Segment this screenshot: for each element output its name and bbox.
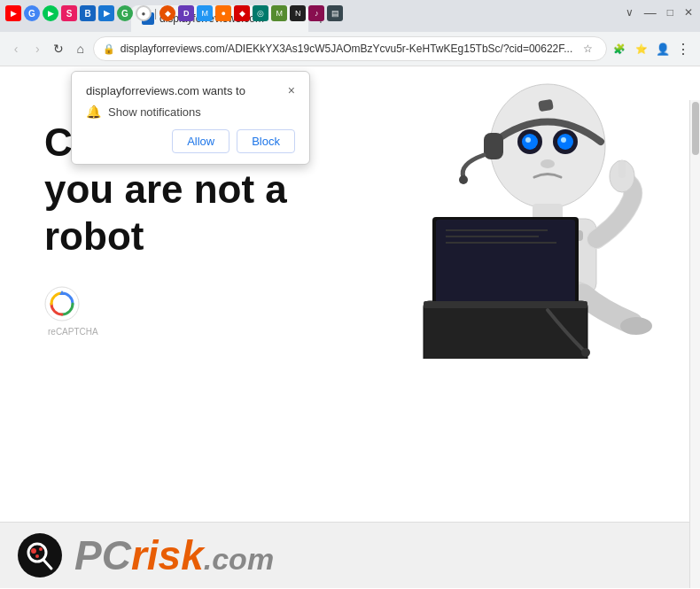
popup-title: displayforreviews.com wants to xyxy=(86,84,245,97)
profile-button[interactable]: 👤 xyxy=(654,36,672,61)
svg-point-32 xyxy=(19,534,61,577)
lock-icon: 🔒 xyxy=(103,43,115,55)
browser-icon-ext[interactable]: ▤ xyxy=(327,5,343,21)
bell-icon: 🔔 xyxy=(86,105,101,119)
browser-icon-play[interactable]: ▶ xyxy=(43,5,58,21)
browser-icon-active[interactable]: ● xyxy=(136,5,152,21)
svg-point-37 xyxy=(35,554,39,558)
recaptcha-label: reCAPTCHA xyxy=(48,327,98,337)
browser-icon-black[interactable]: N xyxy=(290,5,306,21)
svg-point-10 xyxy=(541,159,555,168)
maximize-button[interactable]: □ xyxy=(667,6,673,19)
svg-point-21 xyxy=(620,317,652,335)
popup-close-icon[interactable]: × xyxy=(288,84,295,97)
forward-button[interactable]: › xyxy=(28,36,46,61)
browser-icon-g[interactable]: G xyxy=(24,5,40,21)
browser-icon-red2[interactable]: ◆ xyxy=(234,5,250,21)
recaptcha-logo-icon xyxy=(44,286,80,322)
browser-icon-d[interactable]: D xyxy=(178,5,194,21)
close-button[interactable]: ✕ xyxy=(684,6,693,19)
reload-button[interactable]: ↻ xyxy=(50,36,67,61)
chevron-down-icon[interactable]: ∨ xyxy=(626,6,634,19)
browser-icon-orange[interactable]: ● xyxy=(215,5,231,21)
svg-rect-18 xyxy=(618,160,626,178)
svg-point-29 xyxy=(581,348,590,357)
address-bar[interactable]: 🔒 displayforreviews.com/ADIEKkYX3As19cW5… xyxy=(93,36,608,61)
allow-button[interactable]: Allow xyxy=(172,129,229,153)
browser-icon-music[interactable]: ♪ xyxy=(308,5,324,21)
extensions-button[interactable]: 🧩 xyxy=(611,36,628,61)
browser-icon-s[interactable]: S xyxy=(61,5,77,21)
browser-icon-g2[interactable]: G xyxy=(117,5,133,21)
bookmark-button[interactable]: ⭐ xyxy=(632,36,649,61)
svg-point-3 xyxy=(459,175,468,184)
svg-point-8 xyxy=(525,137,531,143)
browser-icon-youtube[interactable]: ▶ xyxy=(5,5,21,21)
permission-label: Show notifications xyxy=(108,105,201,119)
svg-rect-1 xyxy=(484,133,503,159)
svg-rect-28 xyxy=(424,301,587,308)
svg-point-36 xyxy=(39,547,43,551)
back-button[interactable]: ‹ xyxy=(7,36,25,61)
svg-point-35 xyxy=(31,548,36,554)
home-button[interactable]: ⌂ xyxy=(72,36,89,61)
scrollbar-thumb[interactable] xyxy=(692,102,699,155)
browser-icon-p[interactable]: ▶ xyxy=(98,5,114,21)
browser-icon-circle1[interactable]: ◆ xyxy=(159,5,175,21)
pcrisk-footer: PC risk .com xyxy=(0,522,689,588)
block-button[interactable]: Block xyxy=(237,129,295,153)
browser-icon-b[interactable]: B xyxy=(80,5,96,21)
menu-button[interactable]: ⋮ xyxy=(675,36,693,61)
pcrisk-logo-icon xyxy=(18,533,62,577)
browser-icon-teal[interactable]: ◎ xyxy=(253,5,268,21)
browser-icon-m[interactable]: M xyxy=(197,5,213,21)
svg-point-9 xyxy=(561,137,566,143)
notification-permission-popup: displayforreviews.com wants to × 🔔 Show … xyxy=(71,71,310,165)
scrollbar-track xyxy=(689,100,700,588)
minimize-button[interactable]: — xyxy=(644,5,657,19)
pcrisk-brand-text: PC risk .com xyxy=(74,531,274,579)
browser-icon-green2[interactable]: M xyxy=(271,5,287,21)
url-text: displayforreviews.com/ADIEKkYX3As19cW5JA… xyxy=(121,43,573,55)
bookmark-star-icon[interactable]: ☆ xyxy=(578,39,597,58)
svg-rect-24 xyxy=(436,220,575,303)
robot-illustration xyxy=(370,75,672,359)
